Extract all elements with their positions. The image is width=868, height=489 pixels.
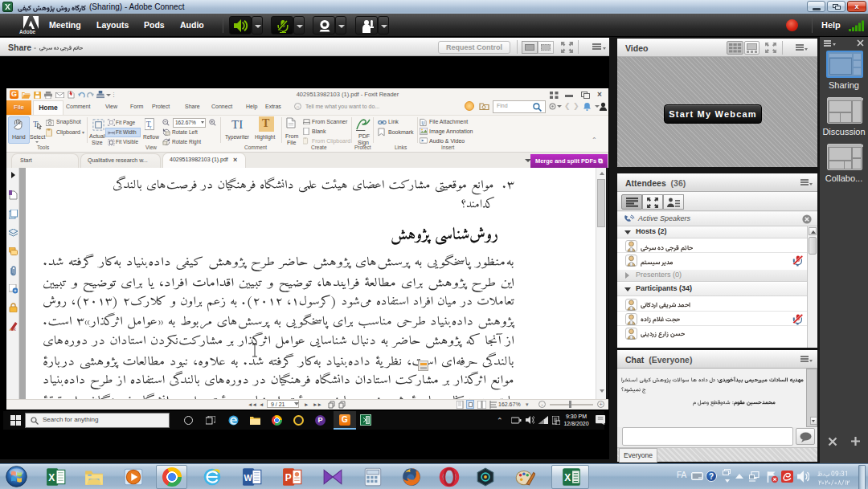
svg-text:R: R — [13, 327, 16, 331]
svg-text:X: X — [48, 472, 55, 483]
svg-text:W: W — [244, 473, 252, 483]
svg-text:X: X — [564, 472, 571, 483]
svg-text:P: P — [285, 472, 292, 483]
